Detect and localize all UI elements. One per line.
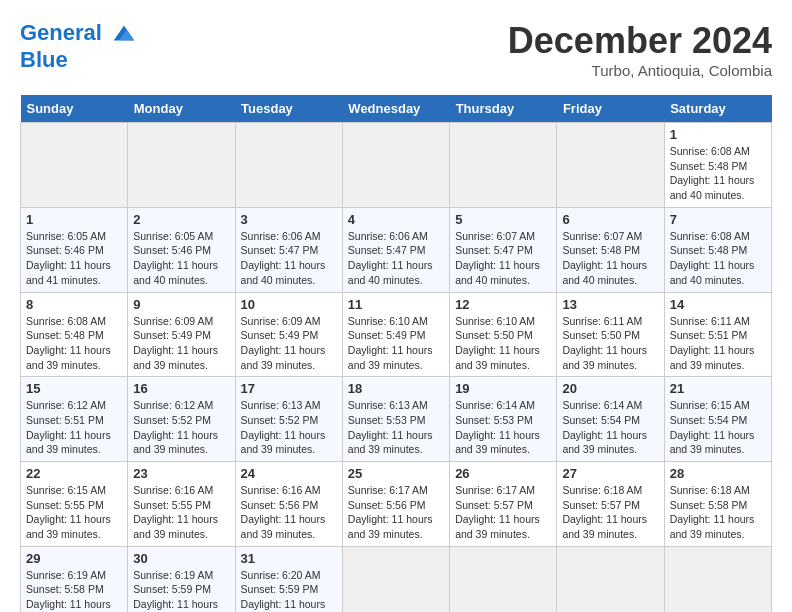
calendar-cell: 1Sunrise: 6:05 AMSunset: 5:46 PMDaylight… bbox=[21, 207, 128, 292]
day-info: Sunrise: 6:06 AMSunset: 5:47 PMDaylight:… bbox=[348, 229, 444, 288]
calendar-cell bbox=[21, 123, 128, 208]
calendar-cell: 28Sunrise: 6:18 AMSunset: 5:58 PMDayligh… bbox=[664, 462, 771, 547]
day-info: Sunrise: 6:08 AMSunset: 5:48 PMDaylight:… bbox=[26, 314, 122, 373]
calendar-cell: 18Sunrise: 6:13 AMSunset: 5:53 PMDayligh… bbox=[342, 377, 449, 462]
day-info: Sunrise: 6:12 AMSunset: 5:51 PMDaylight:… bbox=[26, 398, 122, 457]
calendar-table: SundayMondayTuesdayWednesdayThursdayFrid… bbox=[20, 95, 772, 612]
day-number: 19 bbox=[455, 381, 551, 396]
day-number: 4 bbox=[348, 212, 444, 227]
day-number: 25 bbox=[348, 466, 444, 481]
day-number: 2 bbox=[133, 212, 229, 227]
day-number: 8 bbox=[26, 297, 122, 312]
day-info: Sunrise: 6:07 AMSunset: 5:48 PMDaylight:… bbox=[562, 229, 658, 288]
calendar-week-row: 15Sunrise: 6:12 AMSunset: 5:51 PMDayligh… bbox=[21, 377, 772, 462]
calendar-cell: 3Sunrise: 6:06 AMSunset: 5:47 PMDaylight… bbox=[235, 207, 342, 292]
calendar-cell bbox=[450, 546, 557, 612]
location: Turbo, Antioquia, Colombia bbox=[508, 62, 772, 79]
day-number: 17 bbox=[241, 381, 337, 396]
weekday-header-friday: Friday bbox=[557, 95, 664, 123]
calendar-cell: 11Sunrise: 6:10 AMSunset: 5:49 PMDayligh… bbox=[342, 292, 449, 377]
calendar-cell: 27Sunrise: 6:18 AMSunset: 5:57 PMDayligh… bbox=[557, 462, 664, 547]
calendar-cell: 15Sunrise: 6:12 AMSunset: 5:51 PMDayligh… bbox=[21, 377, 128, 462]
calendar-cell: 30Sunrise: 6:19 AMSunset: 5:59 PMDayligh… bbox=[128, 546, 235, 612]
day-info: Sunrise: 6:13 AMSunset: 5:52 PMDaylight:… bbox=[241, 398, 337, 457]
calendar-cell: 7Sunrise: 6:08 AMSunset: 5:48 PMDaylight… bbox=[664, 207, 771, 292]
day-number: 12 bbox=[455, 297, 551, 312]
calendar-cell bbox=[450, 123, 557, 208]
calendar-cell bbox=[557, 546, 664, 612]
day-number: 30 bbox=[133, 551, 229, 566]
weekday-header-saturday: Saturday bbox=[664, 95, 771, 123]
weekday-header-sunday: Sunday bbox=[21, 95, 128, 123]
day-info: Sunrise: 6:15 AMSunset: 5:55 PMDaylight:… bbox=[26, 483, 122, 542]
day-info: Sunrise: 6:13 AMSunset: 5:53 PMDaylight:… bbox=[348, 398, 444, 457]
day-number: 14 bbox=[670, 297, 766, 312]
logo-text: General bbox=[20, 20, 138, 48]
calendar-cell: 4Sunrise: 6:06 AMSunset: 5:47 PMDaylight… bbox=[342, 207, 449, 292]
day-info: Sunrise: 6:20 AMSunset: 5:59 PMDaylight:… bbox=[241, 568, 337, 612]
day-number: 10 bbox=[241, 297, 337, 312]
calendar-cell: 22Sunrise: 6:15 AMSunset: 5:55 PMDayligh… bbox=[21, 462, 128, 547]
calendar-cell: 2Sunrise: 6:05 AMSunset: 5:46 PMDaylight… bbox=[128, 207, 235, 292]
weekday-header-monday: Monday bbox=[128, 95, 235, 123]
day-number: 3 bbox=[241, 212, 337, 227]
day-info: Sunrise: 6:19 AMSunset: 5:58 PMDaylight:… bbox=[26, 568, 122, 612]
calendar-week-row: 1Sunrise: 6:05 AMSunset: 5:46 PMDaylight… bbox=[21, 207, 772, 292]
calendar-week-row: 8Sunrise: 6:08 AMSunset: 5:48 PMDaylight… bbox=[21, 292, 772, 377]
calendar-cell bbox=[128, 123, 235, 208]
logo-line2: Blue bbox=[20, 48, 138, 72]
weekday-header-wednesday: Wednesday bbox=[342, 95, 449, 123]
calendar-cell: 8Sunrise: 6:08 AMSunset: 5:48 PMDaylight… bbox=[21, 292, 128, 377]
calendar-cell bbox=[235, 123, 342, 208]
day-number: 26 bbox=[455, 466, 551, 481]
calendar-header-row: SundayMondayTuesdayWednesdayThursdayFrid… bbox=[21, 95, 772, 123]
day-info: Sunrise: 6:07 AMSunset: 5:47 PMDaylight:… bbox=[455, 229, 551, 288]
calendar-cell bbox=[342, 123, 449, 208]
day-info: Sunrise: 6:12 AMSunset: 5:52 PMDaylight:… bbox=[133, 398, 229, 457]
day-number: 22 bbox=[26, 466, 122, 481]
calendar-cell: 23Sunrise: 6:16 AMSunset: 5:55 PMDayligh… bbox=[128, 462, 235, 547]
calendar-cell: 13Sunrise: 6:11 AMSunset: 5:50 PMDayligh… bbox=[557, 292, 664, 377]
calendar-cell: 5Sunrise: 6:07 AMSunset: 5:47 PMDaylight… bbox=[450, 207, 557, 292]
month-title: December 2024 bbox=[508, 20, 772, 62]
calendar-cell: 14Sunrise: 6:11 AMSunset: 5:51 PMDayligh… bbox=[664, 292, 771, 377]
day-number: 11 bbox=[348, 297, 444, 312]
day-info: Sunrise: 6:14 AMSunset: 5:54 PMDaylight:… bbox=[562, 398, 658, 457]
calendar-cell bbox=[557, 123, 664, 208]
day-info: Sunrise: 6:16 AMSunset: 5:56 PMDaylight:… bbox=[241, 483, 337, 542]
calendar-cell: 26Sunrise: 6:17 AMSunset: 5:57 PMDayligh… bbox=[450, 462, 557, 547]
day-info: Sunrise: 6:14 AMSunset: 5:53 PMDaylight:… bbox=[455, 398, 551, 457]
calendar-cell: 1Sunrise: 6:08 AMSunset: 5:48 PMDaylight… bbox=[664, 123, 771, 208]
day-number: 27 bbox=[562, 466, 658, 481]
day-number: 15 bbox=[26, 381, 122, 396]
day-number: 13 bbox=[562, 297, 658, 312]
calendar-cell: 20Sunrise: 6:14 AMSunset: 5:54 PMDayligh… bbox=[557, 377, 664, 462]
day-number: 21 bbox=[670, 381, 766, 396]
day-info: Sunrise: 6:17 AMSunset: 5:57 PMDaylight:… bbox=[455, 483, 551, 542]
day-info: Sunrise: 6:10 AMSunset: 5:50 PMDaylight:… bbox=[455, 314, 551, 373]
day-number: 7 bbox=[670, 212, 766, 227]
day-number: 31 bbox=[241, 551, 337, 566]
calendar-cell: 24Sunrise: 6:16 AMSunset: 5:56 PMDayligh… bbox=[235, 462, 342, 547]
day-number: 23 bbox=[133, 466, 229, 481]
day-info: Sunrise: 6:19 AMSunset: 5:59 PMDaylight:… bbox=[133, 568, 229, 612]
calendar-cell: 16Sunrise: 6:12 AMSunset: 5:52 PMDayligh… bbox=[128, 377, 235, 462]
calendar-cell: 21Sunrise: 6:15 AMSunset: 5:54 PMDayligh… bbox=[664, 377, 771, 462]
title-block: December 2024 Turbo, Antioquia, Colombia bbox=[508, 20, 772, 79]
day-number: 29 bbox=[26, 551, 122, 566]
calendar-cell: 31Sunrise: 6:20 AMSunset: 5:59 PMDayligh… bbox=[235, 546, 342, 612]
calendar-cell: 6Sunrise: 6:07 AMSunset: 5:48 PMDaylight… bbox=[557, 207, 664, 292]
day-info: Sunrise: 6:15 AMSunset: 5:54 PMDaylight:… bbox=[670, 398, 766, 457]
calendar-cell: 9Sunrise: 6:09 AMSunset: 5:49 PMDaylight… bbox=[128, 292, 235, 377]
day-info: Sunrise: 6:18 AMSunset: 5:57 PMDaylight:… bbox=[562, 483, 658, 542]
day-number: 28 bbox=[670, 466, 766, 481]
day-number: 9 bbox=[133, 297, 229, 312]
day-number: 6 bbox=[562, 212, 658, 227]
day-info: Sunrise: 6:06 AMSunset: 5:47 PMDaylight:… bbox=[241, 229, 337, 288]
calendar-cell bbox=[342, 546, 449, 612]
day-info: Sunrise: 6:17 AMSunset: 5:56 PMDaylight:… bbox=[348, 483, 444, 542]
calendar-week-row: 29Sunrise: 6:19 AMSunset: 5:58 PMDayligh… bbox=[21, 546, 772, 612]
weekday-header-tuesday: Tuesday bbox=[235, 95, 342, 123]
day-number: 5 bbox=[455, 212, 551, 227]
day-info: Sunrise: 6:09 AMSunset: 5:49 PMDaylight:… bbox=[133, 314, 229, 373]
